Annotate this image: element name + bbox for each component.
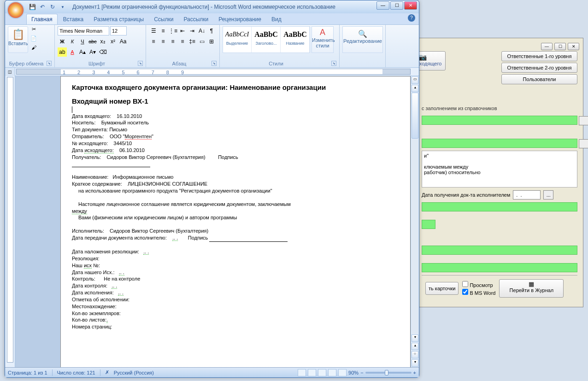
indent-inc-button[interactable]: ⇥ (188, 26, 197, 35)
cut-icon[interactable]: ✂ (29, 26, 38, 34)
vertical-ruler[interactable] (5, 76, 15, 367)
preview-checkbox[interactable]: Просмотр (462, 281, 495, 288)
highlight-button[interactable]: ab (58, 47, 67, 57)
scroll-thumb[interactable] (412, 93, 418, 139)
bullets-button[interactable]: ☰ (149, 26, 158, 35)
responsible-level2-button[interactable]: Ответственные 2-го уровня (501, 63, 577, 73)
paste-button[interactable]: 📋 Вставить (8, 26, 28, 53)
align-center-button[interactable]: ≡ (159, 37, 168, 46)
date-received-input[interactable] (513, 190, 541, 199)
maximize-button[interactable]: ☐ (390, 1, 403, 10)
green-field-4[interactable] (422, 220, 435, 229)
italic-button[interactable]: К (68, 37, 77, 46)
qat-undo-icon[interactable]: ↶ (38, 3, 47, 11)
ruler-toggle-icon[interactable]: ▭ (412, 76, 418, 84)
status-language[interactable]: Русский (Россия) (114, 370, 154, 375)
underline-button[interactable]: Ч (78, 37, 87, 46)
font-color-button[interactable]: A (68, 47, 77, 57)
grow-font-button[interactable]: A▴ (78, 47, 87, 57)
green-field-5[interactable] (422, 246, 577, 255)
tab-view[interactable]: Вид (267, 14, 286, 24)
print-layout-view[interactable] (298, 369, 306, 376)
ruler-corner[interactable]: ◫ (5, 68, 15, 76)
tab-references[interactable]: Ссылки (149, 14, 178, 24)
qat-save-icon[interactable]: 💾 (28, 3, 36, 11)
zoom-out-button[interactable]: − (360, 370, 363, 375)
scroll-up-button[interactable]: ▴ (412, 85, 418, 92)
clear-format-button[interactable]: ⌫ (98, 47, 107, 57)
styles-launcher[interactable]: ⬊ (331, 61, 336, 66)
responsible-level1-button[interactable]: Ответственные 1-го уровня (501, 51, 577, 61)
next-page-button[interactable]: ▾ (412, 359, 418, 367)
green-field-3[interactable] (422, 202, 577, 211)
horizontal-ruler[interactable]: 123456789 (16, 69, 411, 75)
style-heading[interactable]: AaBbCЗаголово... (252, 27, 281, 53)
zoom-in-button[interactable]: + (413, 370, 416, 375)
justify-button[interactable]: ≡ (178, 37, 187, 46)
qat-redo-icon[interactable]: ↻ (48, 3, 57, 11)
users-button[interactable]: Пользователи (501, 74, 577, 84)
para-launcher[interactable]: ⬊ (212, 61, 217, 66)
msword-checkbox[interactable]: В MS Word (462, 289, 495, 296)
bg-close[interactable]: ✕ (568, 43, 579, 50)
web-view[interactable] (318, 369, 326, 376)
content-textarea[interactable]: и" ключаемым между работчик) относительн… (422, 151, 577, 188)
bg-minimize[interactable]: — (541, 43, 553, 50)
lookup-icon[interactable] (579, 116, 588, 125)
shading-button[interactable]: ▭ (197, 37, 206, 46)
change-styles-button[interactable]: A Изменить стили (312, 26, 334, 53)
status-page[interactable]: Страница: 1 из 1 (8, 370, 47, 375)
lookup-icon[interactable] (579, 139, 588, 148)
card-button[interactable]: ть карточки (425, 282, 459, 295)
change-case-button[interactable]: Aa (118, 37, 128, 46)
style-title[interactable]: AaBbCНазвание (281, 27, 310, 53)
date-picker-button[interactable]: ... (543, 190, 553, 199)
shrink-font-button[interactable]: A▾ (88, 47, 97, 57)
copy-icon[interactable]: 📄 (29, 35, 38, 43)
font-name-select[interactable] (58, 26, 109, 35)
zoom-value[interactable]: 90% (348, 370, 359, 375)
strike-button[interactable]: abc (88, 37, 97, 46)
vertical-scrollbar[interactable]: ▭ ▴ ▾ ▴ ○ ▾ (411, 76, 419, 367)
align-left-button[interactable]: ≡ (149, 37, 158, 46)
minimize-button[interactable]: — (376, 1, 389, 10)
outline-view[interactable] (328, 369, 336, 376)
borders-button[interactable]: ⊞ (207, 37, 216, 46)
show-marks-button[interactable]: ¶ (207, 26, 216, 35)
tab-insert[interactable]: Вставка (59, 14, 88, 24)
tab-mailings[interactable]: Рассылки (179, 14, 213, 24)
bold-button[interactable]: Ж (58, 37, 67, 46)
tab-home[interactable]: Главная (26, 14, 58, 24)
browse-object-button[interactable]: ○ (412, 351, 418, 358)
tab-review[interactable]: Рецензирование (214, 14, 266, 24)
style-emphasis[interactable]: AaBbCcIВыделение (223, 27, 252, 53)
document-viewport[interactable]: Карточка входящего документа организации… (15, 76, 411, 367)
goto-journal-button[interactable]: ▦ Перейти в Журнал (499, 279, 564, 298)
green-field-1[interactable] (422, 116, 577, 125)
tab-layout[interactable]: Разметка страницы (89, 14, 148, 24)
draft-view[interactable] (338, 369, 347, 376)
status-words[interactable]: Число слов: 121 (57, 370, 95, 375)
qat-customize-icon[interactable]: ▼ (59, 3, 67, 11)
office-button[interactable] (7, 1, 24, 19)
help-icon[interactable]: ? (408, 14, 415, 22)
bg-maximize[interactable]: ☐ (554, 43, 566, 50)
sort-button[interactable]: A↓ (197, 26, 206, 35)
green-field-2[interactable] (422, 139, 577, 148)
prev-page-button[interactable]: ▴ (412, 343, 418, 350)
numbering-button[interactable]: ≡ (159, 26, 168, 35)
font-launcher[interactable]: ⬊ (138, 61, 143, 66)
fullscreen-view[interactable] (308, 369, 316, 376)
font-size-select[interactable] (110, 26, 127, 35)
zoom-slider[interactable] (365, 372, 412, 374)
styles-gallery[interactable]: AaBbCcIВыделение AaBbCЗаголово... AaBbCН… (223, 26, 310, 53)
scroll-down-button[interactable]: ▾ (412, 334, 418, 342)
multilevel-button[interactable]: ⋮≡ (168, 26, 177, 35)
subscript-button[interactable]: x₂ (98, 37, 107, 46)
superscript-button[interactable]: x² (108, 37, 118, 46)
proofing-icon[interactable]: ✗ (105, 369, 109, 375)
green-field-6[interactable] (422, 263, 577, 272)
editing-button[interactable]: 🔍 Редактирование (342, 26, 383, 53)
align-right-button[interactable]: ≡ (168, 37, 177, 46)
format-painter-icon[interactable]: 🖌 (29, 45, 38, 53)
